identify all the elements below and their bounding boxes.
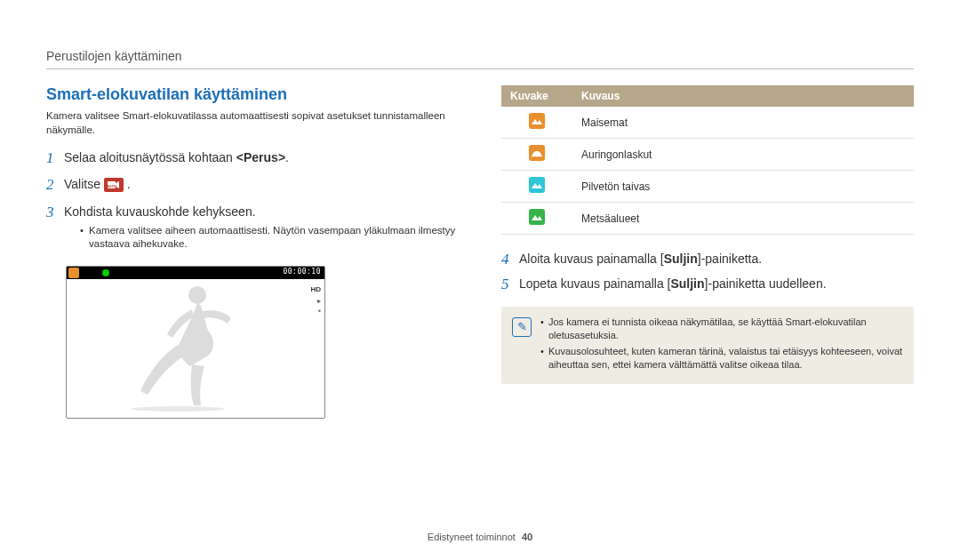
footer-label: Edistyneet toiminnot [428,532,516,542]
step-3: 3 Kohdista kuvauskohde kehykseen. Kamera… [46,204,459,253]
skater-figure-icon [116,279,258,412]
step-text: Kohdista kuvauskohde kehykseen. Kamera v… [64,204,459,253]
rec-dot-icon [102,269,109,276]
step-2: 2 Valitse AUTO . [46,176,459,194]
row-label: Pilvetön taivas [572,171,914,203]
table-row: Auringonlaskut [501,139,914,171]
step-5: 5 Lopeta kuvaus painamalla [Suljin]-pain… [501,276,914,293]
step-number: 5 [501,276,519,293]
step-number: 4 [501,251,519,268]
step-text: Lopeta kuvaus painamalla [Suljin]-painik… [519,276,827,292]
step-4: 4 Aloita kuvaus painamalla [Suljin]-pain… [501,251,914,268]
steps-left: 1 Selaa aloitusnäytössä kohtaan <Perus>.… [46,149,459,253]
svg-point-3 [132,406,224,412]
forest-icon [529,209,545,225]
note-item: Kuvausolosuhteet, kuten kameran tärinä, … [540,345,903,372]
row-label: Maisemat [572,107,914,139]
sunset-icon [529,145,545,161]
row-label: Metsäalueet [572,203,914,235]
right-column: Kuvake Kuvaus Maisemat Auringonlaskut [501,85,914,419]
svg-point-2 [188,286,206,304]
hd-badge: HD [310,284,321,294]
steps-right: 4 Aloita kuvaus painamalla [Suljin]-pain… [501,251,914,294]
small-indicator-icon: ▸ [310,296,321,306]
svg-rect-4 [532,156,542,156]
camera-display-preview: 00:00:10 HD ▸ ▪ [66,266,325,419]
step-text: Aloita kuvaus painamalla [Suljin]-painik… [519,251,762,268]
table-row: Metsäalueet [501,203,914,235]
step-number: 2 [46,176,64,194]
breadcrumb: Perustilojen käyttäminen [46,49,914,63]
table-header-row: Kuvake Kuvaus [501,85,914,107]
step-1: 1 Selaa aloitusnäytössä kohtaan <Perus>. [46,149,459,167]
page-footer: Edistyneet toiminnot 40 [0,532,960,542]
note-list: Jos kamera ei tunnista oikeaa näkymätila… [540,316,903,375]
sky-icon [529,177,545,193]
divider [46,68,914,69]
display-top-bar: 00:00:10 [67,267,324,279]
display-right-info: HD ▸ ▪ [310,284,321,316]
small-indicator-icon: ▪ [310,306,321,316]
smart-movie-mode-icon: AUTO [104,178,124,192]
page-title: Smart-elokuvatilan käyttäminen [46,85,459,104]
step-number: 3 [46,204,64,221]
table-row: Maisemat [501,107,914,139]
left-column: Smart-elokuvatilan käyttäminen Kamera va… [46,85,459,419]
landscape-icon [529,113,545,129]
sub-item: Kamera valitsee aiheen automaattisesti. … [80,224,459,252]
intro-text: Kamera valitsee Smart-elokuvatilassa aut… [46,109,459,137]
svg-text:AUTO: AUTO [108,184,116,188]
step-text: Selaa aloitusnäytössä kohtaan <Perus>. [64,149,289,166]
step-sublist: Kamera valitsee aiheen automaattisesti. … [64,224,459,252]
th-icon: Kuvake [501,85,572,107]
table-row: Pilvetön taivas [501,171,914,203]
page-number: 40 [522,532,532,542]
content-columns: Smart-elokuvatilan käyttäminen Kamera va… [46,85,914,419]
note-item: Jos kamera ei tunnista oikeaa näkymätila… [540,316,903,342]
step-number: 1 [46,149,64,167]
rec-time: 00:00:10 [283,268,321,276]
scene-icon [68,268,79,278]
note-box: ✎ Jos kamera ei tunnista oikeaa näkymäti… [501,307,914,384]
icon-table: Kuvake Kuvaus Maisemat Auringonlaskut [501,85,914,235]
row-label: Auringonlaskut [572,139,914,171]
step-text: Valitse AUTO . [64,176,131,193]
th-desc: Kuvaus [572,85,914,107]
info-icon: ✎ [512,317,532,337]
manual-page: Perustilojen käyttäminen Smart-elokuvati… [0,0,960,560]
